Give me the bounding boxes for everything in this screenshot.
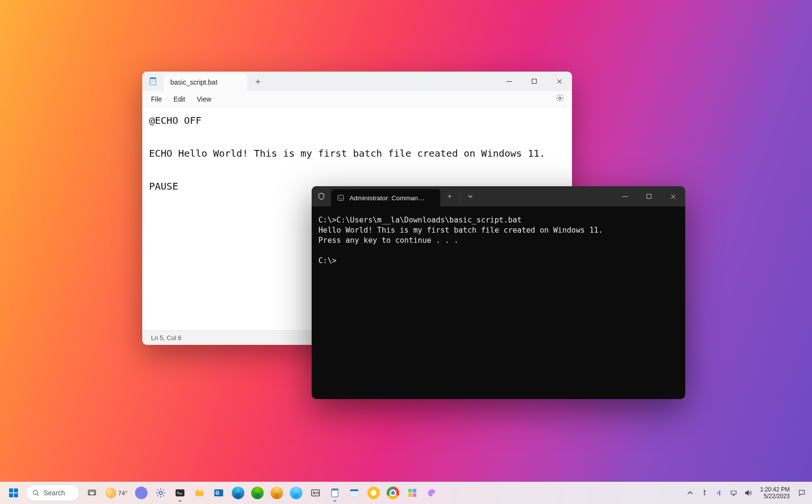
taskbar-app-edge-dev[interactable] <box>267 483 286 503</box>
svg-rect-31 <box>731 491 736 494</box>
close-tab-icon[interactable] <box>432 196 436 200</box>
svg-rect-26 <box>350 491 358 497</box>
svg-rect-7 <box>9 489 13 492</box>
taskbar-app-paint[interactable] <box>422 483 441 503</box>
svg-rect-29 <box>408 493 411 497</box>
taskbar-app-settings[interactable] <box>151 483 170 503</box>
svg-rect-8 <box>14 489 18 492</box>
taskbar: Search 74° 1:20:42 PM 5/22/2023 <box>0 482 812 504</box>
menu-file[interactable]: File <box>145 93 168 105</box>
notepad-app-icon <box>142 72 164 91</box>
terminal-tab-title: Administrator: Command Pro <box>349 194 427 202</box>
tray-overflow-icon[interactable] <box>684 483 696 503</box>
tray-usb-icon[interactable] <box>698 483 711 503</box>
svg-point-5 <box>559 97 561 99</box>
search-label: Search <box>44 489 65 497</box>
taskbar-clock[interactable]: 1:20:42 PM 5/22/2023 <box>756 486 794 500</box>
notepad-tab[interactable]: basic_script.bat <box>164 74 247 91</box>
taskbar-app-misc1[interactable] <box>403 483 422 503</box>
maximize-button[interactable] <box>522 72 547 91</box>
svg-rect-27 <box>408 489 411 492</box>
svg-rect-30 <box>413 493 416 497</box>
taskbar-app-outlook[interactable] <box>209 483 228 503</box>
terminal-tab[interactable]: Administrator: Command Pro <box>331 189 440 207</box>
minimize-button[interactable] <box>496 72 522 91</box>
new-tab-button[interactable]: ＋ <box>247 72 269 91</box>
shield-icon <box>312 186 331 207</box>
svg-rect-17 <box>195 491 203 496</box>
close-window-button[interactable] <box>547 72 572 91</box>
new-tab-button[interactable]: ＋ <box>440 186 459 207</box>
close-tab-icon[interactable] <box>237 80 241 84</box>
titlebar-drag-region[interactable] <box>480 186 613 207</box>
taskbar-app-chrome[interactable] <box>383 483 403 503</box>
svg-rect-10 <box>14 493 18 497</box>
search-icon <box>32 489 40 497</box>
svg-rect-9 <box>9 493 13 497</box>
cursor-position: Ln 5, Col 6 <box>151 334 181 341</box>
divider <box>460 191 460 202</box>
taskbar-app-notepad[interactable] <box>325 483 345 503</box>
menu-edit[interactable]: Edit <box>168 93 191 105</box>
tray-network-icon[interactable] <box>727 483 740 503</box>
svg-rect-28 <box>413 489 416 492</box>
system-tray: 1:20:42 PM 5/22/2023 <box>684 483 808 503</box>
taskbar-app-chat[interactable] <box>132 483 151 503</box>
terminal-titlebar[interactable]: Administrator: Command Pro ＋ <box>312 186 685 207</box>
menu-view[interactable]: View <box>191 93 217 105</box>
maximize-button[interactable] <box>637 186 661 207</box>
svg-rect-14 <box>90 491 94 495</box>
weather-widget[interactable]: 74° <box>102 488 132 498</box>
task-view-button[interactable] <box>82 483 102 503</box>
svg-point-15 <box>159 491 162 494</box>
taskbar-app-calendar[interactable] <box>345 483 364 503</box>
settings-gear-icon[interactable] <box>551 92 569 106</box>
close-window-button[interactable] <box>661 186 685 207</box>
taskbar-app-edge[interactable] <box>228 483 248 503</box>
taskbar-app-explorer[interactable] <box>190 483 209 503</box>
svg-rect-1 <box>150 78 156 79</box>
svg-rect-24 <box>331 489 338 490</box>
tray-notifications-icon[interactable] <box>796 483 808 503</box>
svg-rect-16 <box>176 489 184 497</box>
svg-point-22 <box>313 492 315 494</box>
titlebar-drag-region[interactable] <box>269 72 496 91</box>
clock-time: 1:20:42 PM <box>760 486 790 493</box>
svg-line-12 <box>37 494 39 496</box>
terminal-output[interactable]: C:\>C:\Users\m__la\Downloads\basic_scrip… <box>312 207 685 399</box>
notepad-menubar: File Edit View <box>142 91 572 107</box>
svg-rect-6 <box>338 195 344 201</box>
taskbar-app-chrome-canary[interactable] <box>364 483 383 503</box>
sun-icon <box>105 488 116 498</box>
taskbar-app-edge-canary[interactable] <box>286 483 306 503</box>
notepad-tab-title: basic_script.bat <box>170 78 217 86</box>
cmd-icon <box>337 194 345 202</box>
taskbar-app-edge-beta[interactable] <box>248 483 267 503</box>
terminal-window: Administrator: Command Pro ＋ C:\>C:\User… <box>312 186 685 399</box>
tray-bluetooth-icon[interactable] <box>713 483 725 503</box>
start-button[interactable] <box>4 483 23 503</box>
notepad-titlebar[interactable]: basic_script.bat ＋ <box>142 72 572 91</box>
tray-volume-icon[interactable] <box>742 483 754 503</box>
taskbar-app-terminal[interactable] <box>170 483 190 503</box>
taskbar-search[interactable]: Search <box>26 485 79 501</box>
taskbar-app-snipping[interactable] <box>306 483 325 503</box>
minimize-button[interactable] <box>613 186 637 207</box>
tab-dropdown-button[interactable] <box>461 186 480 207</box>
svg-point-20 <box>216 492 218 494</box>
clock-date: 5/22/2023 <box>760 493 790 500</box>
weather-temp: 74° <box>118 489 128 497</box>
svg-point-11 <box>33 490 38 494</box>
